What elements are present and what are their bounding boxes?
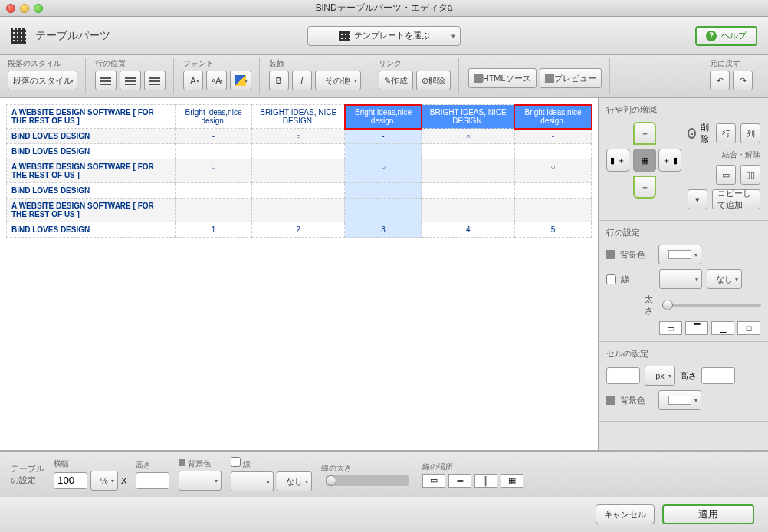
table-width-unit[interactable]: % xyxy=(90,471,118,491)
cell-r1c4[interactable]: ○ xyxy=(422,129,514,144)
para-style-select[interactable]: 段落のスタイル xyxy=(8,71,77,90)
border-none-button[interactable]: □ xyxy=(737,321,760,335)
italic-button[interactable]: I xyxy=(292,71,312,90)
copy-add-button[interactable]: コピーして追加 xyxy=(712,189,760,209)
border-all-button[interactable]: ▭ xyxy=(659,321,682,335)
border-bottom-button[interactable]: ▁ xyxy=(711,321,734,335)
cell-r4c1[interactable] xyxy=(176,183,252,199)
cell-r4c0[interactable]: BiND LOVES DESIGN xyxy=(7,183,176,199)
table-bgcolor-select[interactable] xyxy=(179,471,222,491)
bold-button[interactable]: B xyxy=(269,71,289,90)
link-create-button[interactable]: ✎ 作成 xyxy=(379,71,413,90)
copy-direction-button[interactable]: ▾ xyxy=(688,189,707,209)
font-color-button[interactable] xyxy=(230,71,251,90)
html-source-button[interactable]: HTMLソース xyxy=(468,68,537,88)
cell-r4c5[interactable] xyxy=(514,183,591,199)
cell-r2c0[interactable]: BiND LOVES DESIGN xyxy=(7,144,176,159)
tblborder-outer-button[interactable]: ▭ xyxy=(422,474,445,488)
cell-r0c0[interactable]: A WEBSITE DESIGN SOFTWARE [ FOR THE REST… xyxy=(7,105,176,129)
cancel-button[interactable]: キャンセル xyxy=(596,504,655,524)
tblborder-all-button[interactable]: ▦ xyxy=(501,474,523,488)
align-right-icon xyxy=(149,76,160,85)
table-width-input[interactable] xyxy=(54,472,87,489)
cell-r5c4[interactable] xyxy=(422,199,514,222)
cell-r3c1[interactable]: ○ xyxy=(176,159,252,183)
cell-r2c2[interactable] xyxy=(252,144,345,159)
split-button[interactable]: ▯▯ xyxy=(740,165,760,185)
row-line-style-select[interactable]: なし xyxy=(707,269,742,289)
cell-unit-select[interactable]: px xyxy=(645,366,675,386)
cell-r6c0[interactable]: BiND LOVES DESIGN xyxy=(7,222,176,238)
cell-r3c5[interactable]: ○ xyxy=(514,159,591,183)
table-thickness-slider[interactable] xyxy=(326,475,409,486)
cell-r3c2[interactable] xyxy=(252,159,345,183)
help-button[interactable]: ? ヘルプ xyxy=(695,26,757,46)
row-thickness-slider[interactable] xyxy=(662,304,761,307)
cell-r0c5[interactable]: Bright ideas,nice design. xyxy=(514,105,591,129)
add-row-above-button[interactable]: ＋ xyxy=(633,122,656,145)
table-line-style[interactable]: なし xyxy=(277,471,312,491)
redo-button[interactable]: ↷ xyxy=(733,71,753,90)
html-src-label: HTMLソース xyxy=(483,73,531,84)
cell-r1c1[interactable]: - xyxy=(176,129,252,144)
cell-r6c2[interactable]: 2 xyxy=(252,222,345,238)
cell-r2c5[interactable] xyxy=(514,144,591,159)
table-line-checkbox[interactable] xyxy=(231,457,241,467)
table-height-input[interactable] xyxy=(136,472,169,489)
align-left-button[interactable] xyxy=(95,71,117,90)
delete-row-button[interactable]: 行 xyxy=(716,123,736,143)
cell-r4c4[interactable] xyxy=(422,183,514,199)
tblborder-horiz-button[interactable]: ═ xyxy=(448,474,471,488)
row-line-color-select[interactable] xyxy=(659,269,702,289)
cell-r1c3[interactable]: - xyxy=(345,129,422,144)
table-canvas[interactable]: A WEBSITE DESIGN SOFTWARE [ FOR THE REST… xyxy=(0,98,598,450)
template-select-button[interactable]: テンプレートを選ぶ ▾ xyxy=(307,26,461,46)
add-row-below-button[interactable]: ＋ xyxy=(633,176,656,199)
cell-r2c4[interactable] xyxy=(422,144,514,159)
cell-r0c4[interactable]: BRIGHT IDEAS, NICE DESIGN. xyxy=(422,105,514,129)
tblborder-vert-button[interactable]: ║ xyxy=(474,474,497,488)
cell-r6c5[interactable]: 5 xyxy=(514,222,591,238)
cell-r5c2[interactable] xyxy=(252,199,345,222)
cell-r1c5[interactable]: - xyxy=(514,129,591,144)
preview-button[interactable]: プレビュー xyxy=(540,68,602,88)
cell-r4c3[interactable] xyxy=(345,183,422,199)
cell-r3c0[interactable]: A WEBSITE DESIGN SOFTWARE [ FOR THE REST… xyxy=(7,159,176,183)
cell-r2c1[interactable] xyxy=(176,144,252,159)
cell-r4c2[interactable] xyxy=(252,183,345,199)
table-line-color[interactable] xyxy=(231,471,274,491)
cell-r6c1[interactable]: 1 xyxy=(176,222,252,238)
align-center-button[interactable] xyxy=(120,71,141,90)
cell-r5c0[interactable]: A WEBSITE DESIGN SOFTWARE [ FOR THE REST… xyxy=(7,199,176,222)
row-bgcolor-select[interactable] xyxy=(658,245,701,264)
cell-r0c1[interactable]: Bright ideas,nice design. xyxy=(176,105,252,129)
delete-col-button[interactable]: 列 xyxy=(740,123,760,143)
cell-r3c3[interactable]: ○ xyxy=(345,159,422,183)
link-remove-button[interactable]: ⊘ 解除 xyxy=(416,71,451,90)
cell-r0c2[interactable]: BRIGHT IDEAS, NICE DESIGN. xyxy=(252,105,345,129)
cell-r2c3[interactable] xyxy=(345,144,422,159)
align-right-button[interactable] xyxy=(144,71,166,90)
undo-button[interactable]: ↶ xyxy=(710,71,730,90)
add-col-right-button[interactable]: ＋ ▮ xyxy=(658,149,681,172)
other-deco-button[interactable]: その他 xyxy=(315,71,361,90)
border-top-button[interactable]: ▔ xyxy=(685,321,708,335)
cell-r0c3[interactable]: Bright ideas,nice design. xyxy=(345,105,422,129)
cell-r5c1[interactable] xyxy=(176,199,252,222)
cell-r6c4[interactable]: 4 xyxy=(422,222,514,238)
font-family-button[interactable]: A xyxy=(183,71,203,90)
font-size-button[interactable]: AA xyxy=(206,71,227,90)
apply-button[interactable]: 適用 xyxy=(662,504,754,524)
cell-r6c3[interactable]: 3 xyxy=(345,222,422,238)
cell-r1c2[interactable]: ○ xyxy=(252,129,345,144)
merge-button[interactable]: ▭ xyxy=(716,165,736,185)
cell-r1c0[interactable]: BiND LOVES DESIGN xyxy=(7,129,176,144)
cell-width-input[interactable] xyxy=(606,367,640,384)
cell-height-input[interactable] xyxy=(701,367,735,384)
cell-bgcolor-select[interactable] xyxy=(658,390,701,410)
row-line-checkbox[interactable] xyxy=(606,274,616,284)
add-col-left-button[interactable]: ▮ ＋ xyxy=(606,149,629,172)
cell-r5c3[interactable] xyxy=(345,199,422,222)
cell-r5c5[interactable] xyxy=(514,199,591,222)
cell-r3c4[interactable] xyxy=(422,159,514,183)
